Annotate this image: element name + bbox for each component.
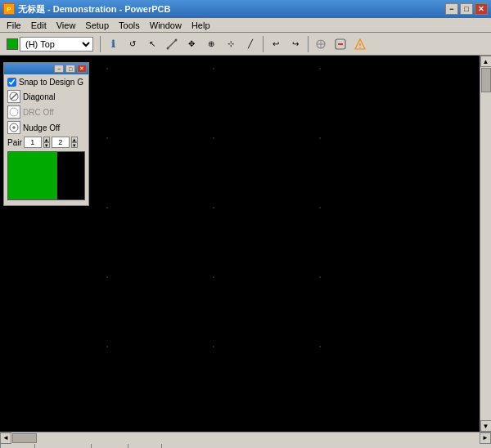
panel-content: Snap to Design G Diagonal: [4, 74, 88, 205]
grid-dot: [106, 137, 108, 139]
grid-dot: [106, 276, 108, 278]
nudge-icon: [7, 121, 20, 134]
grid-dot: [106, 346, 108, 347]
snap-label: Snap to Design G: [19, 78, 83, 87]
nudge-label: Nudge Off: [23, 123, 60, 132]
status-bar: W:10 G:100 100 -5600 1600: [0, 443, 491, 448]
diagonal-label: Diagonal: [23, 92, 55, 101]
grid-dot: [106, 207, 108, 208]
refresh-icon: ↺: [129, 39, 136, 48]
app-icon: P: [3, 3, 15, 15]
menu-help[interactable]: Help: [187, 20, 215, 31]
pair-input-1[interactable]: [24, 137, 42, 148]
toolbar-btn-net[interactable]: [312, 35, 330, 53]
toolbar-btn-measure[interactable]: ⊹: [222, 35, 240, 53]
bottom-scrollbar: ◄ ►: [0, 432, 491, 443]
pair-spin-up-1[interactable]: ▲: [43, 137, 50, 142]
svg-point-10: [359, 47, 361, 48]
scroll-left-button[interactable]: ◄: [0, 432, 11, 444]
title-left: P 无标题 - Demonstration - PowerPCB: [3, 3, 170, 16]
grid-dot: [319, 137, 321, 139]
title-bar: P 无标题 - Demonstration - PowerPCB − □ ✕: [0, 0, 491, 18]
toolbar-btn-info[interactable]: ℹ: [104, 35, 122, 53]
toolbar-btn-highlight[interactable]: [351, 35, 369, 53]
toolbar-btn-undo[interactable]: ↩: [267, 35, 285, 53]
toolbar-sep-2: [263, 36, 264, 52]
route-icon: [166, 38, 178, 50]
scroll-down-button[interactable]: ▼: [480, 420, 492, 432]
panel-restore-button[interactable]: □: [65, 65, 75, 73]
pair-spinner-1: ▲ ▼: [43, 137, 50, 148]
menu-tools[interactable]: Tools: [114, 20, 145, 31]
grid-dot: [213, 207, 214, 208]
maximize-button[interactable]: □: [460, 3, 473, 15]
menu-setup[interactable]: Setup: [80, 20, 114, 31]
toolbar-btn-route[interactable]: [163, 35, 181, 53]
drc-label: DRC Off: [23, 108, 54, 117]
floating-panel: − □ ✕ Snap to Design G: [3, 62, 89, 206]
menu-edit[interactable]: Edit: [26, 20, 52, 31]
pair-spin-down-1[interactable]: ▼: [43, 142, 50, 148]
minimize-button[interactable]: −: [445, 3, 458, 15]
toolbar-btn-zoom[interactable]: ⊕: [202, 35, 220, 53]
scroll-right-button[interactable]: ►: [480, 432, 491, 444]
svg-line-12: [11, 93, 17, 100]
toolbar-sep-3: [308, 36, 309, 52]
grid-dot: [319, 346, 321, 347]
redo-icon: ↪: [292, 39, 299, 48]
layer-dropdown-select[interactable]: (H) Top Bottom Inner1: [20, 37, 93, 52]
menu-window[interactable]: Window: [145, 20, 187, 31]
pair-input-2[interactable]: [52, 137, 70, 148]
panel-minimize-button[interactable]: −: [54, 65, 64, 73]
panel-close-button[interactable]: ✕: [77, 65, 87, 73]
menu-view[interactable]: View: [52, 20, 81, 31]
pcb-canvas[interactable]: − □ ✕ Snap to Design G: [0, 56, 480, 432]
scroll-track-vertical[interactable]: [480, 67, 492, 420]
measure-icon: ⊹: [227, 39, 234, 48]
grid-dot: [319, 68, 321, 69]
svg-point-2: [175, 38, 178, 41]
layer-color-indicator: [7, 38, 18, 50]
diagonal-icon: [7, 90, 20, 103]
toolbar-btn-drc[interactable]: [331, 35, 349, 53]
scroll-track-horizontal[interactable]: [11, 432, 480, 444]
toolbar-btn-refresh[interactable]: ↺: [124, 35, 142, 53]
menu-file[interactable]: File: [2, 20, 26, 31]
scroll-thumb-horizontal[interactable]: [12, 433, 37, 443]
zoom-icon: ⊕: [208, 39, 214, 48]
nudge-option-row: Nudge Off: [7, 121, 85, 134]
drc-svg: [9, 107, 19, 117]
net-icon: [315, 38, 327, 50]
pair-spinner-2: ▲ ▼: [71, 137, 78, 148]
grid-dot: [213, 68, 214, 69]
grid-dot: [319, 207, 321, 208]
window-title: 无标题 - Demonstration - PowerPCB: [18, 3, 170, 16]
close-button[interactable]: ✕: [475, 3, 488, 15]
undo-icon: ↩: [273, 39, 279, 48]
pair-spin-up-2[interactable]: ▲: [71, 137, 78, 142]
snap-checkbox[interactable]: [7, 78, 16, 87]
toolbar-sep-1: [100, 36, 101, 52]
grid-dot: [213, 137, 214, 139]
right-scrollbar: ▲ ▼: [480, 56, 491, 432]
toolbar-btn-select[interactable]: ↖: [143, 35, 161, 53]
toolbar-btn-move[interactable]: ✥: [182, 35, 200, 53]
scroll-thumb-vertical[interactable]: [481, 68, 491, 92]
status-grid: G:100 100: [35, 444, 91, 448]
layer-selector[interactable]: (H) Top Bottom Inner1: [7, 36, 93, 52]
pair-spin-down-2[interactable]: ▼: [71, 142, 78, 148]
diagonal-svg: [9, 92, 19, 101]
main-area: − □ ✕ Snap to Design G: [0, 56, 491, 432]
probe-icon: ╱: [248, 39, 253, 48]
svg-point-13: [10, 108, 18, 116]
grid-dot: [106, 68, 108, 69]
toolbar-btn-probe[interactable]: ╱: [241, 35, 259, 53]
drc-option-row: DRC Off: [7, 105, 85, 119]
drc-off-icon: [7, 105, 20, 119]
grid-dot: [213, 276, 214, 278]
scroll-up-button[interactable]: ▲: [480, 56, 492, 67]
select-icon: ↖: [149, 39, 155, 48]
snap-checkbox-row: Snap to Design G: [7, 78, 85, 87]
svg-line-0: [168, 40, 176, 48]
toolbar-btn-redo[interactable]: ↪: [286, 35, 304, 53]
